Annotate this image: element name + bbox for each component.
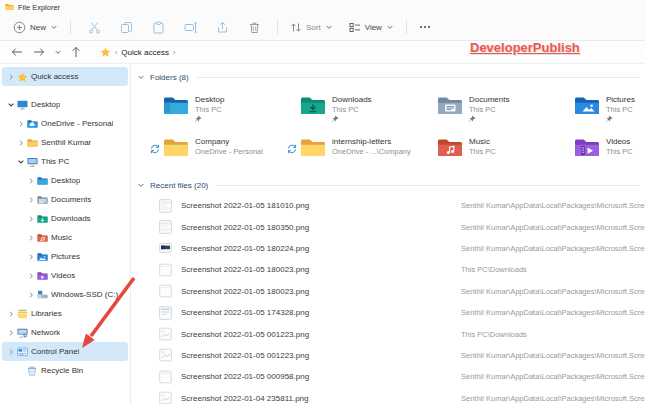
breadcrumb-quick-access[interactable]: Quick access [121,48,169,57]
sidebar-item-music[interactable]: Music [2,228,128,247]
chevron-collapsed-icon[interactable] [6,73,16,81]
sidebar-item-label: This PC [41,157,69,166]
onedrive-sync-icon [149,132,161,154]
sidebar-item-label: Pictures [51,252,80,261]
sidebar-item-control-panel[interactable]: Control Panel [2,342,128,361]
more-icon [419,25,431,29]
rename-button[interactable] [174,17,206,37]
recent-file-row[interactable]: Screenshot 2022-01-05 001223.pngSenthil … [159,345,645,366]
folders-grid: DesktopThis PCDownloadsThis PCDocumentsT… [131,90,645,170]
address-bar[interactable]: › Quick access › [96,44,179,61]
chevron-collapsed-icon[interactable] [26,215,36,223]
new-button[interactable]: New [8,17,63,37]
pin-icon [195,115,224,122]
sidebar-item-senthil-kumar[interactable]: Senthil Kumar [2,133,128,152]
sidebar-item-this-pc[interactable]: This PC [2,152,128,171]
recent-locations-button[interactable] [50,43,65,61]
recent-file-row[interactable]: Screenshot 2022-01-04 235811.pngSenthil … [159,388,645,404]
recent-file-row[interactable]: Screenshot 2022-01-05 180023.pngThis PC\… [159,259,645,280]
chevron-collapsed-icon[interactable] [26,196,36,204]
sidebar-item-label: Recycle Bin [41,366,83,375]
chevron-expanded-icon[interactable] [6,101,16,109]
recent-files-section-title: Recent files (20) [150,181,208,190]
chevron-collapsed-icon[interactable] [16,139,26,147]
sidebar-item-libraries[interactable]: Libraries [2,304,128,323]
drive-icon [36,290,48,300]
chevron-collapsed-icon[interactable] [6,329,16,337]
folder-tile-internship-letters[interactable]: internship-lettersOneDrive - ...\Company [270,132,407,170]
sidebar-item-downloads[interactable]: Downloads [2,209,128,228]
sidebar-item-windows-ssd-c[interactable]: Windows-SSD (C:) [2,285,128,304]
recent-file-path: This PC\Downloads [461,330,645,339]
section-divider [216,185,640,186]
chevron-down-icon [50,23,58,31]
pictures-folder-icon [36,252,48,262]
sidebar-item-videos[interactable]: Videos [2,266,128,285]
folder-tile-desktop[interactable]: DesktopThis PC [133,90,270,128]
chevron-down-icon[interactable] [137,181,145,189]
recent-file-name: Screenshot 2022-01-05 001223.png [181,351,461,360]
sidebar-item-recycle-bin[interactable]: Recycle Bin [2,361,128,380]
view-button-label: View [365,23,382,32]
sidebar-item-label: Control Panel [31,347,79,356]
sync-spacer [149,90,161,102]
folder-tile-text: CompanyOneDrive - Personal [195,132,263,156]
sidebar-item-quick-access[interactable]: Quick access [2,67,128,86]
view-button[interactable]: View [344,17,399,37]
recent-file-row[interactable]: Screenshot 2022-01-05 174328.pngSenthil … [159,302,645,323]
chevron-collapsed-icon[interactable] [16,120,26,128]
sidebar-item-label: Libraries [31,309,62,318]
folder-tile-pictures[interactable]: PicturesThis PC [544,90,645,128]
folder-tile-music[interactable]: MusicThis PC [407,132,544,170]
chevron-expanded-icon[interactable] [16,158,26,166]
chevron-collapsed-icon[interactable] [26,272,36,280]
recent-file-row[interactable]: Screenshot 2022-01-05 000958.pngSenthil … [159,366,645,387]
folders-section-title: Folders (8) [150,73,189,82]
sidebar-item-label: Senthil Kumar [41,138,91,147]
sidebar-item-desktop[interactable]: Desktop [2,171,128,190]
folder-tile-videos[interactable]: VideosThis PC [544,132,645,170]
window-title: File Explorer [18,3,60,12]
folder-tile-company[interactable]: CompanyOneDrive - Personal [133,132,270,170]
folder-tile-documents[interactable]: DocumentsThis PC [407,90,544,128]
sync-spacer [560,132,572,144]
copy-button[interactable] [110,17,142,37]
recent-file-row[interactable]: Screenshot 2022-01-05 180350.pngSenthil … [159,216,645,237]
recent-file-name: Screenshot 2022-01-05 001223.png [181,330,461,339]
back-button[interactable] [6,43,28,61]
sidebar-item-documents[interactable]: Documents [2,190,128,209]
chevron-collapsed-icon[interactable] [26,253,36,261]
sidebar-item-desktop[interactable]: Desktop [2,95,128,114]
chevron-down-icon[interactable] [137,73,145,81]
sort-button[interactable]: Sort [285,17,338,37]
paste-button[interactable] [142,17,174,37]
folder-name: Documents [469,95,509,104]
chevron-collapsed-icon[interactable] [26,177,36,185]
folder-tile-downloads[interactable]: DownloadsThis PC [270,90,407,128]
recent-file-row[interactable]: Screenshot 2022-01-05 181010.pngSenthil … [159,195,645,216]
desktop-folder-icon [36,176,48,186]
cut-button[interactable] [78,17,110,37]
onedrive-folder-icon [26,119,38,129]
arrow-up-icon [71,46,81,58]
forward-button[interactable] [28,43,50,61]
delete-button[interactable] [238,17,270,37]
up-button[interactable] [65,43,87,61]
recent-file-row[interactable]: Screenshot 2022-01-05 001223.pngThis PC\… [159,323,645,344]
chevron-collapsed-icon[interactable] [26,291,36,299]
chevron-down-icon [325,23,333,31]
sidebar-item-network[interactable]: Network [2,323,128,342]
toolbar-divider [277,20,278,34]
sidebar-item-pictures[interactable]: Pictures [2,247,128,266]
chevron-collapsed-icon[interactable] [6,348,16,356]
folder-location: This PC [469,105,509,114]
see-more-button[interactable] [414,17,436,37]
chevron-collapsed-icon[interactable] [26,234,36,242]
recent-file-row[interactable]: Screenshot 2022-01-05 180224.pngSenthil … [159,238,645,259]
share-button[interactable] [206,17,238,37]
chevron-collapsed-icon[interactable] [6,310,16,318]
sidebar-item-onedrive-personal[interactable]: OneDrive - Personal [2,114,128,133]
sidebar-item-label: Desktop [31,100,60,109]
recent-file-row[interactable]: Screenshot 2022-01-05 180023.pngSenthil … [159,281,645,302]
developerpublish-watermark: DeveloperPublish [470,40,580,55]
